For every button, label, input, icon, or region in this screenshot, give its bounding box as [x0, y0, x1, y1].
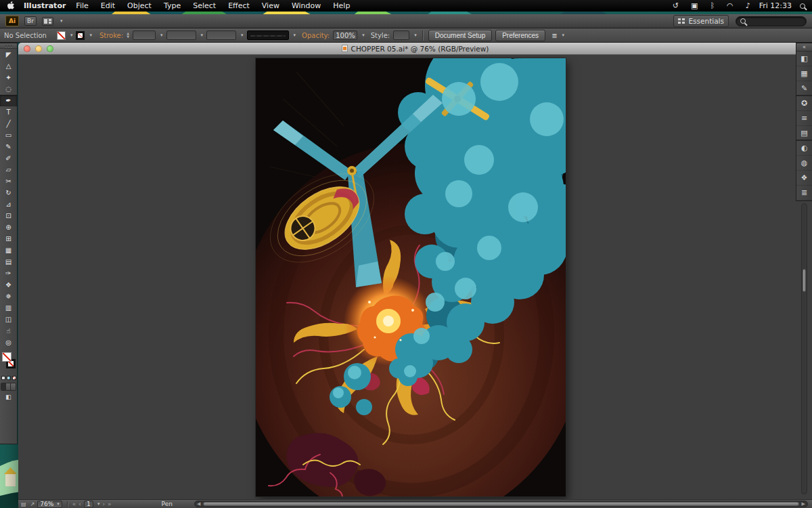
width-profile-arrow[interactable]: ▾ — [201, 33, 204, 38]
menu-view[interactable]: View — [261, 1, 280, 10]
panel-menu-icon[interactable]: ≣ — [551, 32, 557, 39]
menu-type[interactable]: Type — [163, 1, 181, 10]
symbols-panel-icon[interactable]: ✪ — [796, 96, 812, 111]
bluetooth-icon[interactable]: ᛒ — [709, 1, 715, 10]
scale-tool[interactable]: ⊿ — [0, 198, 17, 210]
rotate-tool[interactable]: ↻ — [0, 187, 17, 198]
selection-tool[interactable]: ◤ — [0, 49, 17, 60]
direct-selection-tool[interactable]: △ — [0, 60, 17, 72]
arrange-documents-icon[interactable] — [42, 17, 53, 26]
document-setup-button[interactable]: Document Setup — [428, 30, 493, 41]
opacity-field[interactable]: 100% — [333, 30, 357, 40]
zoom-button[interactable] — [47, 45, 53, 52]
paintbrush-tool[interactable]: ✎ — [0, 141, 17, 152]
opacity-label[interactable]: Opacity: — [302, 32, 330, 39]
preferences-button[interactable]: Preferences — [495, 30, 545, 41]
graph-tool[interactable]: ▥ — [0, 302, 17, 314]
layers-panel-icon[interactable]: ≣ — [796, 186, 812, 200]
screen-mode-icon[interactable]: ◧ — [5, 394, 12, 400]
sync-icon[interactable]: ↺ — [672, 1, 679, 10]
pen-tool[interactable]: ✒ — [0, 95, 17, 106]
tools-panel-grip[interactable] — [0, 43, 17, 49]
mesh-tool[interactable]: ▦ — [0, 245, 17, 256]
free-transform-tool[interactable]: ⊡ — [0, 210, 17, 221]
expand-panels-icon[interactable]: « — [796, 43, 812, 51]
menu-effect[interactable]: Effect — [227, 1, 250, 10]
stroke-label[interactable]: Stroke: — [99, 32, 123, 39]
graphic-styles-panel-icon[interactable]: ❖ — [796, 171, 812, 186]
none-button[interactable] — [12, 376, 16, 380]
search-input[interactable] — [748, 18, 799, 25]
active-app-name[interactable]: Illustrator — [24, 1, 66, 10]
scissors-tool[interactable]: ✂ — [0, 175, 17, 187]
perspective-grid-tool[interactable]: ⊞ — [0, 233, 17, 245]
swatches-panel-icon[interactable]: ▦ — [796, 66, 812, 81]
appearance-panel-icon[interactable]: ◍ — [796, 156, 812, 171]
shape-builder-tool[interactable]: ⊕ — [0, 221, 17, 233]
rectangle-tool[interactable]: ▭ — [0, 129, 17, 141]
symbol-sprayer-tool[interactable]: ✵ — [0, 291, 17, 302]
color-panel-icon[interactable]: ◧ — [796, 51, 812, 66]
apple-menu-icon[interactable] — [7, 1, 16, 10]
gradient-tool[interactable]: ▤ — [0, 256, 17, 268]
volume-icon[interactable]: ♪ — [745, 1, 751, 10]
workspace-switcher[interactable]: Essentials — [673, 15, 729, 27]
style-field[interactable] — [393, 30, 409, 40]
gradient-button[interactable] — [7, 376, 11, 380]
document-title-bar[interactable]: CHOPPER 05.ai* @ 76% (RGB/Preview) — [18, 43, 812, 55]
menu-help[interactable]: Help — [332, 1, 351, 10]
brushes-panel-icon[interactable]: ✎ — [796, 81, 812, 96]
horizontal-scrollbar[interactable]: ◀ ▶ — [194, 501, 808, 507]
draw-behind-mode[interactable] — [6, 383, 11, 390]
brush-definition-arrow[interactable]: ▾ — [241, 33, 244, 38]
style-arrow[interactable]: ▾ — [414, 33, 417, 38]
stroke-swatch[interactable] — [76, 31, 85, 40]
draw-inside-mode[interactable] — [11, 383, 16, 390]
stroke-weight-field[interactable] — [133, 30, 156, 40]
menu-object[interactable]: Object — [127, 1, 152, 10]
vertical-scrollbar-thumb[interactable] — [803, 269, 806, 292]
publish-icon[interactable]: ↗ — [30, 501, 35, 507]
stroke-swatch-arrow[interactable]: ▾ — [89, 33, 92, 38]
stroke-weight-arrow[interactable]: ▾ — [160, 33, 163, 38]
artboard-number-field[interactable]: 1 — [84, 501, 93, 508]
stroke-panel-icon[interactable]: ≡ — [796, 111, 812, 126]
display-icon[interactable]: ▣ — [690, 1, 698, 10]
first-artboard-button[interactable]: « — [72, 501, 76, 507]
spotlight-icon[interactable] — [800, 3, 805, 9]
type-tool[interactable]: T — [0, 106, 17, 118]
color-button[interactable] — [1, 376, 5, 380]
line-tool[interactable]: ╱ — [0, 118, 17, 129]
fill-swatch[interactable] — [57, 31, 66, 40]
view-mode-icon[interactable]: ▤ — [21, 501, 26, 507]
pencil-tool[interactable]: ✐ — [0, 152, 17, 164]
wifi-icon[interactable]: ◠ — [726, 1, 734, 10]
last-artboard-button[interactable]: » — [108, 501, 112, 507]
magic-wand-tool[interactable]: ✦ — [0, 72, 17, 83]
next-artboard-button[interactable]: › — [102, 501, 105, 507]
brush-definition[interactable] — [206, 30, 236, 40]
fill-swatch-arrow[interactable]: ▾ — [70, 33, 73, 38]
scroll-right-icon[interactable]: ▶ — [802, 501, 805, 507]
bridge-button[interactable]: Br — [24, 16, 37, 26]
artboard-arrow[interactable]: ▾ — [97, 501, 100, 507]
gradient-panel-icon[interactable]: ▤ — [796, 126, 812, 141]
brush-preview[interactable] — [247, 30, 289, 40]
panel-menu-arrow[interactable]: ▾ — [562, 33, 565, 38]
menu-window[interactable]: Window — [291, 1, 321, 10]
menu-select[interactable]: Select — [192, 1, 217, 10]
canvas-area[interactable] — [18, 55, 812, 499]
minimize-button[interactable] — [35, 45, 42, 52]
lasso-tool[interactable]: ◌ — [0, 83, 17, 95]
transparency-panel-icon[interactable]: ◐ — [796, 141, 812, 156]
fill-color-well[interactable] — [2, 352, 12, 362]
menu-file[interactable]: File — [75, 1, 89, 10]
zoom-arrow[interactable]: ▾ — [57, 501, 60, 507]
close-button[interactable] — [24, 45, 30, 52]
artboard[interactable] — [256, 58, 566, 496]
eraser-tool[interactable]: ▱ — [0, 164, 17, 175]
eyedropper-tool[interactable]: ✑ — [0, 268, 17, 279]
clock[interactable]: Fri 12:33 — [759, 1, 792, 10]
previous-artboard-button[interactable]: ‹ — [78, 501, 81, 507]
zoom-tool[interactable]: ◎ — [0, 337, 17, 348]
